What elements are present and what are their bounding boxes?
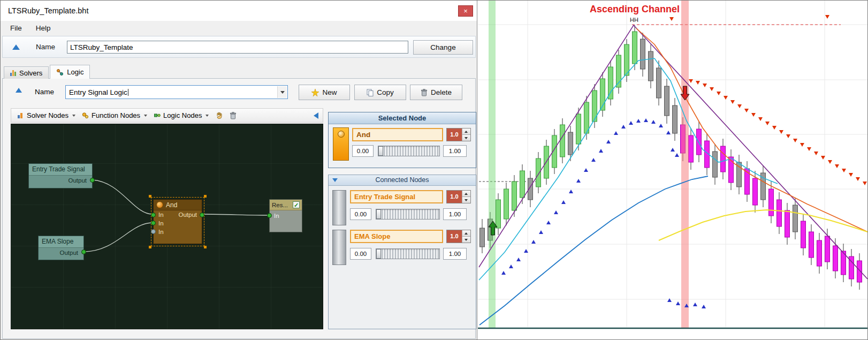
copy-button[interactable]: Copy [354, 85, 406, 100]
tab-logic-label: Logic [67, 68, 83, 76]
input-port-label: In [158, 229, 164, 235]
node-title: Res... [272, 202, 288, 208]
connected-nodes-panel: Connected Nodes Entry Trade Signal 1.0 0… [328, 175, 476, 329]
selected-node-header: Selected Node [329, 112, 476, 124]
collapse-left-icon[interactable] [314, 112, 318, 119]
logic-name-combobox[interactable]: Entry Signal Logic [65, 85, 288, 99]
input-port[interactable] [151, 221, 156, 225]
output-port[interactable] [81, 250, 86, 254]
weight-value: 1.0 [447, 129, 462, 141]
chart-area[interactable]: Ascending ChannelHH [478, 1, 868, 340]
spin-down-icon[interactable] [462, 197, 470, 203]
selected-node-name-field[interactable]: And [352, 128, 443, 141]
delete-node-button[interactable] [228, 111, 238, 120]
min-value-box[interactable]: 0.00 [350, 248, 371, 260]
change-button[interactable]: Change [413, 40, 473, 55]
weight-spinner[interactable]: 1.0 [446, 190, 471, 203]
slider-thumb[interactable] [376, 249, 381, 259]
weight-slider[interactable] [378, 146, 440, 156]
connected-node-row: Entry Trade Signal 1.0 0.00 1.00 [329, 189, 476, 229]
slider-thumb[interactable] [378, 146, 383, 156]
node-and[interactable]: And In Output In In [153, 199, 202, 244]
solver-nodes-icon [17, 112, 24, 119]
weight-slider[interactable] [376, 209, 440, 220]
spin-up-icon[interactable] [462, 230, 470, 237]
and-node-icon [156, 201, 163, 208]
collapse-up-icon-2[interactable] [16, 88, 22, 93]
connected-node-name-field[interactable]: EMA Slope [350, 230, 443, 243]
collapse-up-icon[interactable] [12, 44, 20, 50]
node-canvas[interactable]: Entry Trade Signal Output EMA Slope Outp… [11, 124, 323, 329]
titlebar[interactable]: LTSRuby_Template.bht × [1, 1, 477, 21]
copy-button-label: Copy [377, 88, 394, 96]
max-value-box[interactable]: 1.00 [443, 145, 467, 157]
template-name-input[interactable] [67, 41, 408, 54]
delete-button-label: Delete [431, 88, 452, 96]
tab-logic[interactable]: Logic [50, 65, 90, 79]
function-nodes-label: Function Nodes [92, 111, 140, 119]
node-grip[interactable] [332, 230, 346, 265]
logic-name-label: Name [35, 88, 54, 96]
trash-icon [421, 89, 428, 96]
collapse-down-icon[interactable] [332, 178, 338, 182]
delete-button[interactable]: Delete [410, 85, 462, 100]
solver-nodes-menu[interactable]: Solver Nodes [16, 110, 77, 120]
function-nodes-menu[interactable]: Function Nodes [80, 110, 149, 120]
caret-down-icon [144, 115, 147, 117]
new-button-label: New [322, 88, 337, 96]
node-toolbar: Solver Nodes Function Nodes Logic Nodes [11, 108, 323, 123]
menu-file[interactable]: File [10, 24, 22, 32]
combobox-dropdown-icon[interactable] [277, 86, 287, 98]
max-value-box[interactable]: 1.00 [443, 248, 467, 260]
app-window: LTSRuby_Template.bht × File Help Name Ch… [1, 1, 477, 340]
spin-up-icon[interactable] [462, 129, 470, 135]
tab-bar: Solvers Logic [4, 65, 91, 79]
node-result[interactable]: Res... ✓ In [269, 199, 302, 232]
spin-down-icon[interactable] [462, 135, 470, 141]
output-port[interactable] [90, 178, 95, 183]
weight-slider[interactable] [376, 248, 440, 259]
spin-up-icon[interactable] [462, 191, 470, 197]
output-port[interactable] [200, 213, 204, 217]
max-value-box[interactable]: 1.00 [443, 208, 467, 220]
logic-name-value: Entry Signal Logic [69, 88, 128, 96]
connected-node-name-field[interactable]: Entry Trade Signal [350, 190, 443, 203]
new-button[interactable]: New [299, 85, 350, 100]
weight-spinner[interactable]: 1.0 [446, 230, 471, 243]
connected-node-row: EMA Slope 1.0 0.00 1.00 [329, 229, 476, 268]
pan-hand-button[interactable] [214, 110, 225, 120]
input-port-label: In [158, 220, 164, 226]
connected-nodes-title: Connected Nodes [375, 176, 429, 184]
node-grip[interactable] [332, 190, 346, 225]
tab-solvers-label: Solvers [19, 69, 42, 77]
input-port[interactable] [151, 213, 156, 217]
copy-icon [367, 89, 374, 96]
window-title: LTSRuby_Template.bht [8, 6, 88, 15]
logic-nodes-menu[interactable]: Logic Nodes [152, 110, 210, 120]
input-port[interactable] [151, 229, 156, 234]
input-port[interactable] [267, 213, 272, 218]
close-button[interactable]: × [458, 5, 473, 17]
selection-handle[interactable] [204, 195, 207, 198]
node-entry-trade-signal[interactable]: Entry Trade Signal Output [28, 163, 93, 188]
spin-down-icon[interactable] [462, 237, 470, 243]
slider-thumb[interactable] [376, 209, 381, 219]
connected-nodes-header[interactable]: Connected Nodes [329, 175, 476, 186]
min-value-box[interactable]: 0.00 [350, 208, 371, 220]
output-port-label: Output [68, 177, 87, 184]
min-value-box[interactable]: 0.00 [352, 145, 374, 157]
menu-help[interactable]: Help [36, 24, 51, 32]
node-title: And [166, 201, 177, 209]
selected-node-strip[interactable] [333, 127, 349, 161]
selected-node-panel: Selected Node And 1.0 0.00 1.00 [328, 112, 476, 168]
node-title: Entry Trade Signal [29, 164, 92, 176]
selection-handle[interactable] [149, 246, 151, 248]
tab-solvers[interactable]: Solvers [4, 66, 49, 79]
logic-nodes-icon [154, 112, 161, 119]
selection-handle[interactable] [149, 195, 151, 198]
selection-handle[interactable] [204, 246, 207, 248]
input-port-label: In [158, 211, 164, 218]
node-ema-slope[interactable]: EMA Slope Output [38, 236, 84, 260]
result-check-icon[interactable]: ✓ [293, 201, 300, 208]
weight-spinner[interactable]: 1.0 [446, 128, 471, 141]
